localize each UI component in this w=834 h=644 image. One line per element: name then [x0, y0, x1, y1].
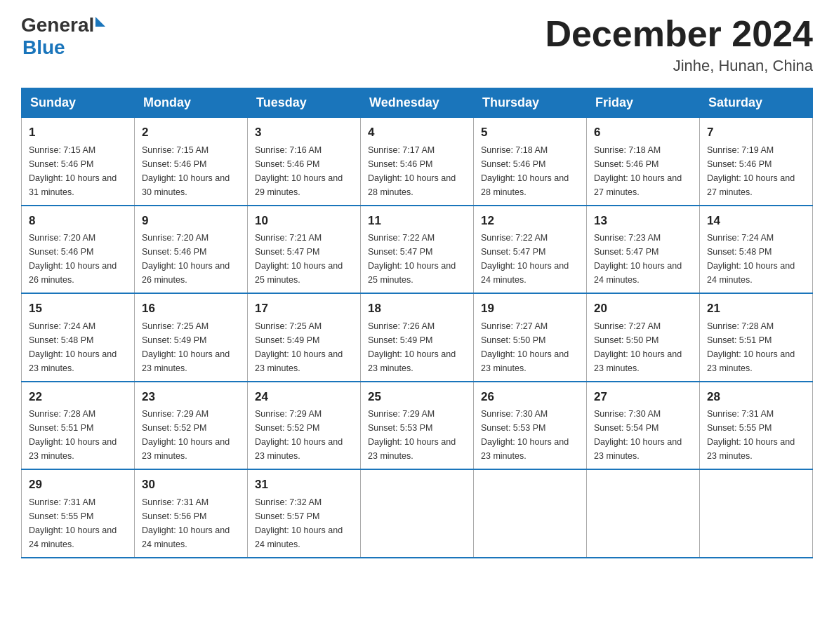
col-saturday: Saturday [700, 88, 813, 118]
col-tuesday: Tuesday [248, 88, 361, 118]
col-sunday: Sunday [22, 88, 135, 118]
day-number: 13 [594, 212, 692, 230]
day-info: Sunrise: 7:24 AM Sunset: 5:48 PM Dayligh… [707, 231, 805, 287]
table-row: 24 Sunrise: 7:29 AM Sunset: 5:52 PM Dayl… [248, 382, 361, 470]
day-number: 9 [142, 212, 240, 230]
table-row: 7 Sunrise: 7:19 AM Sunset: 5:46 PM Dayli… [700, 118, 813, 206]
day-number: 1 [29, 123, 127, 142]
calendar-table: Sunday Monday Tuesday Wednesday Thursday… [21, 88, 813, 558]
table-row: 12 Sunrise: 7:22 AM Sunset: 5:47 PM Dayl… [474, 206, 587, 294]
day-number: 30 [142, 476, 240, 494]
table-row: 16 Sunrise: 7:25 AM Sunset: 5:49 PM Dayl… [135, 293, 248, 382]
day-number: 31 [255, 476, 353, 494]
day-info: Sunrise: 7:31 AM Sunset: 5:55 PM Dayligh… [29, 495, 127, 551]
day-number: 24 [255, 388, 353, 406]
day-info: Sunrise: 7:25 AM Sunset: 5:49 PM Dayligh… [142, 319, 240, 375]
table-row: 29 Sunrise: 7:31 AM Sunset: 5:55 PM Dayl… [22, 469, 135, 558]
day-info: Sunrise: 7:27 AM Sunset: 5:50 PM Dayligh… [481, 319, 579, 375]
calendar-week-row: 1 Sunrise: 7:15 AM Sunset: 5:46 PM Dayli… [22, 118, 813, 206]
table-row: 11 Sunrise: 7:22 AM Sunset: 5:47 PM Dayl… [361, 206, 474, 294]
table-row: 25 Sunrise: 7:29 AM Sunset: 5:53 PM Dayl… [361, 382, 474, 470]
day-info: Sunrise: 7:29 AM Sunset: 5:53 PM Dayligh… [368, 407, 466, 463]
header-row: Sunday Monday Tuesday Wednesday Thursday… [22, 88, 813, 118]
table-row: 15 Sunrise: 7:24 AM Sunset: 5:48 PM Dayl… [22, 293, 135, 382]
page-header: General Blue December 2024 Jinhe, Hunan,… [21, 14, 813, 75]
day-info: Sunrise: 7:24 AM Sunset: 5:48 PM Dayligh… [29, 319, 127, 375]
table-row: 21 Sunrise: 7:28 AM Sunset: 5:51 PM Dayl… [700, 293, 813, 382]
day-info: Sunrise: 7:21 AM Sunset: 5:47 PM Dayligh… [255, 231, 353, 287]
table-row: 9 Sunrise: 7:20 AM Sunset: 5:46 PM Dayli… [135, 206, 248, 294]
day-number: 11 [368, 212, 466, 230]
table-row: 10 Sunrise: 7:21 AM Sunset: 5:47 PM Dayl… [248, 206, 361, 294]
table-row: 27 Sunrise: 7:30 AM Sunset: 5:54 PM Dayl… [587, 382, 700, 470]
col-monday: Monday [135, 88, 248, 118]
day-info: Sunrise: 7:19 AM Sunset: 5:46 PM Dayligh… [707, 143, 805, 199]
day-info: Sunrise: 7:31 AM Sunset: 5:55 PM Dayligh… [707, 407, 805, 463]
day-info: Sunrise: 7:17 AM Sunset: 5:46 PM Dayligh… [368, 143, 466, 199]
day-number: 19 [481, 300, 579, 318]
table-row: 3 Sunrise: 7:16 AM Sunset: 5:46 PM Dayli… [248, 118, 361, 206]
day-info: Sunrise: 7:30 AM Sunset: 5:53 PM Dayligh… [481, 407, 579, 463]
day-number: 22 [29, 388, 127, 406]
day-number: 18 [368, 300, 466, 318]
month-title: December 2024 [545, 14, 813, 54]
day-info: Sunrise: 7:28 AM Sunset: 5:51 PM Dayligh… [707, 319, 805, 375]
day-number: 4 [368, 123, 466, 142]
col-friday: Friday [587, 88, 700, 118]
day-number: 26 [481, 388, 579, 406]
logo: General Blue [21, 14, 105, 59]
calendar-week-row: 22 Sunrise: 7:28 AM Sunset: 5:51 PM Dayl… [22, 382, 813, 470]
day-number: 5 [481, 123, 579, 142]
day-number: 10 [255, 212, 353, 230]
day-number: 7 [707, 123, 805, 142]
table-row: 31 Sunrise: 7:32 AM Sunset: 5:57 PM Dayl… [248, 469, 361, 558]
day-info: Sunrise: 7:15 AM Sunset: 5:46 PM Dayligh… [142, 143, 240, 199]
table-row [700, 469, 813, 558]
day-number: 28 [707, 388, 805, 406]
table-row: 13 Sunrise: 7:23 AM Sunset: 5:47 PM Dayl… [587, 206, 700, 294]
calendar-week-row: 29 Sunrise: 7:31 AM Sunset: 5:55 PM Dayl… [22, 469, 813, 558]
day-info: Sunrise: 7:29 AM Sunset: 5:52 PM Dayligh… [142, 407, 240, 463]
day-number: 3 [255, 123, 353, 142]
day-info: Sunrise: 7:22 AM Sunset: 5:47 PM Dayligh… [368, 231, 466, 287]
table-row: 14 Sunrise: 7:24 AM Sunset: 5:48 PM Dayl… [700, 206, 813, 294]
day-info: Sunrise: 7:18 AM Sunset: 5:46 PM Dayligh… [481, 143, 579, 199]
logo-triangle-icon [95, 17, 105, 27]
day-info: Sunrise: 7:16 AM Sunset: 5:46 PM Dayligh… [255, 143, 353, 199]
table-row [587, 469, 700, 558]
day-number: 23 [142, 388, 240, 406]
day-info: Sunrise: 7:26 AM Sunset: 5:49 PM Dayligh… [368, 319, 466, 375]
table-row: 28 Sunrise: 7:31 AM Sunset: 5:55 PM Dayl… [700, 382, 813, 470]
table-row [474, 469, 587, 558]
table-row: 23 Sunrise: 7:29 AM Sunset: 5:52 PM Dayl… [135, 382, 248, 470]
table-row: 22 Sunrise: 7:28 AM Sunset: 5:51 PM Dayl… [22, 382, 135, 470]
title-area: December 2024 Jinhe, Hunan, China [545, 14, 813, 75]
day-info: Sunrise: 7:30 AM Sunset: 5:54 PM Dayligh… [594, 407, 692, 463]
table-row: 18 Sunrise: 7:26 AM Sunset: 5:49 PM Dayl… [361, 293, 474, 382]
calendar-week-row: 8 Sunrise: 7:20 AM Sunset: 5:46 PM Dayli… [22, 206, 813, 294]
logo-blue-text: Blue [22, 36, 65, 59]
table-row: 6 Sunrise: 7:18 AM Sunset: 5:46 PM Dayli… [587, 118, 700, 206]
table-row: 19 Sunrise: 7:27 AM Sunset: 5:50 PM Dayl… [474, 293, 587, 382]
day-number: 12 [481, 212, 579, 230]
table-row: 30 Sunrise: 7:31 AM Sunset: 5:56 PM Dayl… [135, 469, 248, 558]
day-info: Sunrise: 7:15 AM Sunset: 5:46 PM Dayligh… [29, 143, 127, 199]
day-info: Sunrise: 7:27 AM Sunset: 5:50 PM Dayligh… [594, 319, 692, 375]
day-number: 2 [142, 123, 240, 142]
day-number: 20 [594, 300, 692, 318]
table-row: 1 Sunrise: 7:15 AM Sunset: 5:46 PM Dayli… [22, 118, 135, 206]
table-row: 5 Sunrise: 7:18 AM Sunset: 5:46 PM Dayli… [474, 118, 587, 206]
table-row [361, 469, 474, 558]
day-info: Sunrise: 7:29 AM Sunset: 5:52 PM Dayligh… [255, 407, 353, 463]
table-row: 8 Sunrise: 7:20 AM Sunset: 5:46 PM Dayli… [22, 206, 135, 294]
table-row: 20 Sunrise: 7:27 AM Sunset: 5:50 PM Dayl… [587, 293, 700, 382]
col-thursday: Thursday [474, 88, 587, 118]
day-info: Sunrise: 7:32 AM Sunset: 5:57 PM Dayligh… [255, 495, 353, 551]
day-number: 16 [142, 300, 240, 318]
location-subtitle: Jinhe, Hunan, China [545, 57, 813, 75]
table-row: 26 Sunrise: 7:30 AM Sunset: 5:53 PM Dayl… [474, 382, 587, 470]
day-number: 21 [707, 300, 805, 318]
col-wednesday: Wednesday [361, 88, 474, 118]
day-number: 8 [29, 212, 127, 230]
day-info: Sunrise: 7:28 AM Sunset: 5:51 PM Dayligh… [29, 407, 127, 463]
